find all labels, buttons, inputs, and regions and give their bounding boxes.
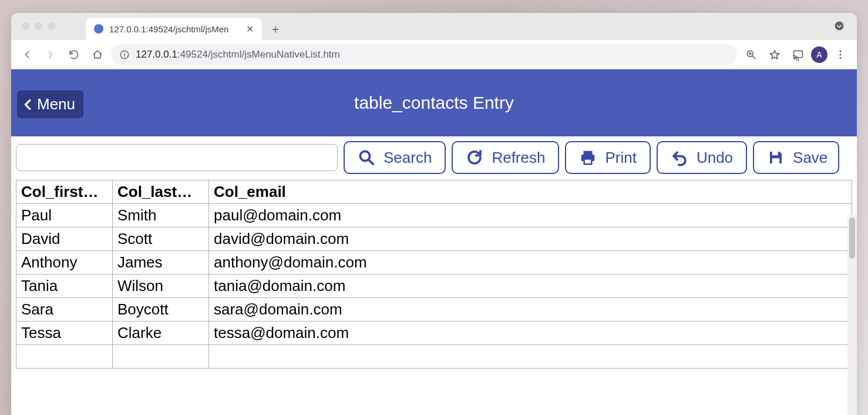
- tab-overflow-button[interactable]: [829, 15, 850, 36]
- table-row[interactable]: DavidScottdavid@domain.com: [16, 227, 852, 251]
- chevron-left-icon: [22, 96, 35, 113]
- tab-title: 127.0.0.1:49524/jschtml/jsMen: [109, 24, 238, 34]
- app-viewport: Menu table_contacts Entry Search Refresh…: [11, 69, 857, 415]
- address-bar[interactable]: 127.0.0.1:49524/jschtml/jsMenuNativeList…: [111, 44, 737, 65]
- browser-window: 127.0.0.1:49524/jschtml/jsMen ✕ ＋ 127.0.…: [11, 13, 857, 415]
- vertical-scrollbar[interactable]: [847, 215, 857, 415]
- search-button[interactable]: Search: [344, 141, 446, 174]
- contacts-table: Col_first… Col_last… Col_email PaulSmith…: [16, 180, 852, 369]
- svg-rect-8: [794, 51, 803, 58]
- home-button[interactable]: [88, 45, 107, 65]
- cell-last[interactable]: James: [113, 251, 209, 275]
- page-title: table_contacts Entry: [354, 93, 514, 113]
- cell-last[interactable]: Smith: [113, 204, 209, 227]
- refresh-icon: [466, 149, 483, 166]
- cell-first[interactable]: Anthony: [16, 251, 113, 275]
- tab-close-button[interactable]: ✕: [244, 22, 256, 36]
- site-info-icon[interactable]: [119, 49, 130, 60]
- table-row[interactable]: TessaClarketessa@domain.com: [16, 322, 852, 345]
- profile-avatar[interactable]: A: [811, 46, 827, 63]
- cell-last[interactable]: Clarke: [113, 322, 209, 345]
- zoom-icon[interactable]: [741, 44, 762, 65]
- tab-favicon: [94, 24, 103, 34]
- back-button[interactable]: [17, 45, 37, 65]
- cell-first[interactable]: David: [16, 227, 113, 251]
- print-icon: [579, 149, 597, 166]
- save-button[interactable]: Save: [753, 141, 839, 174]
- refresh-button-label: Refresh: [492, 149, 545, 167]
- svg-line-5: [753, 56, 755, 58]
- svg-line-14: [369, 160, 373, 164]
- save-icon: [767, 149, 785, 166]
- cell-first[interactable]: Sara: [16, 298, 113, 322]
- cell-first[interactable]: Tania: [16, 275, 113, 298]
- print-button[interactable]: Print: [565, 141, 650, 174]
- app-header: Menu table_contacts Entry: [11, 69, 857, 136]
- toolbar: Search Refresh Print Undo Save: [11, 136, 857, 179]
- cell-email[interactable]: tessa@domain.com: [209, 322, 852, 345]
- address-bar-row: 127.0.0.1:49524/jschtml/jsMenuNativeList…: [11, 40, 857, 69]
- col-first-name[interactable]: Col_first…: [16, 180, 113, 204]
- cell-last[interactable]: Boycott: [113, 298, 209, 322]
- new-tab-button[interactable]: ＋: [267, 20, 284, 38]
- svg-point-11: [840, 53, 842, 55]
- refresh-button[interactable]: Refresh: [452, 141, 559, 174]
- svg-rect-19: [772, 158, 780, 163]
- menu-button[interactable]: Menu: [17, 91, 83, 118]
- svg-point-9: [793, 58, 795, 59]
- cell-first[interactable]: Tessa: [16, 322, 113, 345]
- cell-last[interactable]: Wilson: [113, 275, 209, 298]
- reload-button[interactable]: [64, 45, 84, 65]
- search-icon: [358, 149, 375, 166]
- menu-button-label: Menu: [37, 95, 75, 113]
- undo-button-label: Undo: [697, 149, 733, 167]
- cell-last[interactable]: [113, 345, 209, 369]
- svg-point-12: [840, 57, 842, 59]
- bookmark-icon[interactable]: [764, 44, 785, 65]
- url-path: :49524/jschtml/jsMenuNativeList.htm: [177, 49, 340, 60]
- window-controls: [22, 22, 55, 30]
- undo-button[interactable]: Undo: [657, 141, 747, 174]
- scrollbar-thumb[interactable]: [849, 217, 855, 259]
- table-row[interactable]: TaniaWilsontania@domain.com: [16, 275, 852, 298]
- table-header-row: Col_first… Col_last… Col_email: [16, 180, 852, 204]
- cell-first[interactable]: [16, 345, 113, 369]
- table-row[interactable]: PaulSmithpaul@domain.com: [16, 204, 852, 227]
- cell-email[interactable]: tania@domain.com: [209, 275, 852, 298]
- svg-rect-15: [584, 151, 593, 155]
- col-last-name[interactable]: Col_last…: [113, 180, 209, 204]
- window-zoom-button[interactable]: [48, 22, 55, 30]
- window-minimize-button[interactable]: [35, 22, 42, 30]
- cell-last[interactable]: Scott: [113, 227, 209, 251]
- cast-icon[interactable]: [788, 44, 809, 65]
- cell-email[interactable]: [209, 345, 852, 369]
- svg-point-0: [835, 22, 844, 31]
- print-button-label: Print: [605, 149, 636, 167]
- col-email[interactable]: Col_email: [209, 180, 852, 204]
- browser-menu-icon[interactable]: [830, 44, 851, 65]
- forward-button[interactable]: [41, 45, 60, 65]
- search-input[interactable]: [16, 144, 338, 171]
- cell-email[interactable]: sara@domain.com: [209, 298, 852, 322]
- search-button-label: Search: [383, 149, 432, 167]
- cell-email[interactable]: anthony@domain.com: [209, 251, 852, 275]
- addr-right-icons: A: [741, 44, 851, 65]
- url-text: 127.0.0.1:49524/jschtml/jsMenuNativeList…: [136, 49, 340, 61]
- tab-strip: 127.0.0.1:49524/jschtml/jsMen ✕ ＋: [11, 13, 857, 40]
- browser-tab[interactable]: 127.0.0.1:49524/jschtml/jsMen ✕: [86, 18, 262, 40]
- svg-rect-18: [772, 152, 778, 155]
- undo-icon: [671, 149, 688, 166]
- svg-point-3: [124, 52, 125, 53]
- url-host: 127.0.0.1: [136, 49, 177, 60]
- window-close-button[interactable]: [22, 22, 29, 30]
- save-button-label: Save: [793, 149, 827, 167]
- table-row[interactable]: [16, 345, 852, 369]
- svg-rect-17: [584, 159, 592, 165]
- cell-first[interactable]: Paul: [16, 204, 113, 227]
- cell-email[interactable]: david@domain.com: [209, 227, 852, 251]
- svg-point-10: [840, 50, 842, 52]
- table-row[interactable]: SaraBoycottsara@domain.com: [16, 298, 852, 322]
- cell-email[interactable]: paul@domain.com: [209, 204, 852, 227]
- table-row[interactable]: AnthonyJamesanthony@domain.com: [16, 251, 852, 275]
